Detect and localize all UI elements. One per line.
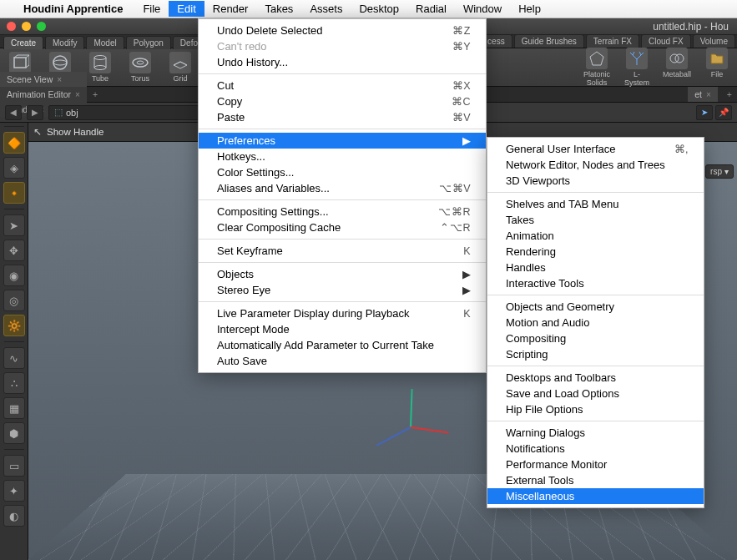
menu-file[interactable]: File — [134, 1, 169, 17]
menu-takes[interactable]: Takes — [256, 1, 301, 17]
misc1-button[interactable]: ✦ — [3, 480, 25, 502]
pref-menu-item-motion-and-audio[interactable]: Motion and Audio — [487, 315, 704, 330]
close-window-button[interactable] — [7, 22, 16, 31]
menu-window[interactable]: Window — [455, 1, 510, 17]
menu-help[interactable]: Help — [510, 1, 549, 17]
misc2-button[interactable]: ◐ — [3, 505, 25, 527]
edit-menu-item-compositing-settings[interactable]: Compositing Settings...⌥⌘R — [199, 204, 486, 219]
pref-menu-item-shelves-and-tab-menu[interactable]: Shelves and TAB Menu — [487, 196, 704, 212]
close-icon[interactable]: × — [706, 90, 711, 99]
nav-fwd-button[interactable]: ▶ — [27, 105, 43, 120]
app-name[interactable]: Houdini Apprentice — [23, 3, 123, 15]
pref-menu-item-external-tools[interactable]: External Tools — [487, 472, 704, 488]
shelf-tool-grid[interactable]: Grid — [165, 52, 195, 83]
pane-tab-animation-editor[interactable]: Animation Editor× — [0, 87, 87, 102]
pref-menu-item-compositing[interactable]: Compositing — [487, 330, 704, 346]
cplane-button[interactable]: ▭ — [3, 455, 25, 477]
snap-curve-button[interactable]: ∿ — [3, 347, 25, 369]
minimize-window-button[interactable] — [22, 22, 31, 31]
edit-menu-item-aliases-and-variables[interactable]: Aliases and Variables...⌥⌘V — [199, 180, 486, 196]
edit-menu-item-intercept-mode[interactable]: Intercept Mode — [199, 321, 486, 337]
pane-tab-scene-view[interactable]: Scene View× — [0, 72, 87, 87]
shelf-tab-terrain-fx[interactable]: Terrain FX — [586, 34, 639, 48]
handle-tool-button[interactable]: 🔆 — [3, 315, 25, 336]
edit-menu-item-undo-history[interactable]: Undo History... — [199, 54, 486, 70]
svg-rect-0 — [14, 58, 26, 68]
pref-menu-item-desktops-and-toolbars[interactable]: Desktops and Toolbars — [487, 370, 704, 386]
close-icon[interactable]: × — [57, 75, 62, 84]
pointer-tool-button[interactable]: ➤ — [3, 214, 25, 236]
edit-menu-item-hotkeys[interactable]: Hotkeys... — [199, 149, 486, 164]
add-pane-button[interactable]: + — [88, 89, 103, 99]
pref-menu-item-animation[interactable]: Animation — [487, 228, 704, 244]
edit-menu-item-auto-save[interactable]: Auto Save — [199, 353, 486, 369]
shelf-tab-guide-brushes[interactable]: Guide Brushes — [514, 34, 584, 48]
edit-menu-item-color-settings[interactable]: Color Settings... — [199, 164, 486, 180]
pref-menu-item-interactive-tools[interactable]: Interactive Tools — [487, 275, 704, 291]
shelf-tab-modify[interactable]: Modify — [45, 36, 84, 49]
edit-menu-item-live-parameter-display-during-playback[interactable]: Live Parameter Display during PlaybackK — [199, 305, 486, 321]
shelf-tab-cloud-fx[interactable]: Cloud FX — [641, 34, 691, 48]
pref-menu-item-scripting[interactable]: Scripting — [487, 346, 704, 362]
select-tool-button[interactable]: ◈ — [3, 157, 25, 179]
path-forward2-button[interactable]: ➤ — [696, 105, 713, 120]
pref-menu-item-performance-monitor[interactable]: Performance Monitor — [487, 457, 704, 472]
pref-menu-item-save-and-load-options[interactable]: Save and Load Options — [487, 386, 704, 401]
translate-tool-button[interactable]: ✥ — [3, 240, 25, 261]
pin-button[interactable]: 📌 — [715, 105, 732, 120]
zoom-window-button[interactable] — [37, 22, 46, 31]
edit-menu-item-cut[interactable]: Cut⌘X — [199, 78, 486, 93]
torus-icon — [129, 52, 151, 73]
svg-point-6 — [53, 56, 67, 69]
edit-menu-item-automatically-add-parameter-to-current-take[interactable]: Automatically Add Parameter to Current T… — [199, 337, 486, 353]
shelf-tab-model[interactable]: Model — [86, 36, 124, 49]
shelf-tool-torus[interactable]: Torus — [125, 52, 155, 83]
scale-tool-button[interactable]: ◎ — [3, 290, 25, 311]
add-pane-button-right[interactable]: + — [722, 89, 737, 99]
shelf-tab-polygon[interactable]: Polygon — [126, 36, 171, 49]
move-tool-button[interactable]: 🔸 — [3, 182, 25, 204]
rotate-tool-button[interactable]: ◉ — [3, 265, 25, 286]
pref-menu-item-takes[interactable]: Takes — [487, 212, 704, 228]
edit-menu-item-copy[interactable]: Copy⌘C — [199, 93, 486, 109]
pref-menu-item-rendering[interactable]: Rendering — [487, 244, 704, 260]
viewport-left-toolbar: 🔶 ◈ 🔸 ➤ ✥ ◉ ◎ 🔆 ∿ ∴ ▦ ⬢ ▭ ✦ ◐ — [0, 123, 28, 560]
pref-menu-item-general-user-interface[interactable]: General User Interface⌘, — [487, 141, 704, 157]
nav-back-button[interactable]: ◀ — [5, 105, 22, 120]
menu-render[interactable]: Render — [204, 1, 257, 17]
pref-menu-item-miscellaneous[interactable]: Miscellaneous — [487, 488, 704, 504]
edit-menu-item-clear-compositing-cache[interactable]: Clear Compositing Cache⌃⌥R — [199, 219, 486, 235]
shelf-tool-file[interactable]: File — [702, 48, 732, 87]
pref-menu-item-hip-file-options[interactable]: Hip File Options — [487, 401, 704, 417]
edit-menu-item-stereo-eye[interactable]: Stereo Eye▶ — [199, 282, 486, 298]
close-icon[interactable]: × — [75, 90, 80, 99]
pref-menu-item-notifications[interactable]: Notifications — [487, 441, 704, 457]
pref-menu-item-3d-viewports[interactable]: 3D Viewports — [487, 173, 704, 189]
shelf-tool-platonic[interactable]: Platonic Solids — [582, 48, 612, 87]
edit-menu-item-undo-delete-selected[interactable]: Undo Delete Selected⌘Z — [199, 23, 486, 38]
snap-prim-button[interactable]: ⬢ — [3, 422, 25, 444]
pref-menu-item-objects-and-geometry[interactable]: Objects and Geometry — [487, 299, 704, 315]
shelf-tool-tube[interactable]: Tube — [85, 52, 115, 83]
snap-point-button[interactable]: ∴ — [3, 372, 25, 394]
pane-tab-right[interactable]: et× — [688, 87, 718, 102]
shelf-tool-lsystem[interactable]: L-System — [622, 48, 652, 87]
pref-menu-item-warning-dialogs[interactable]: Warning Dialogs — [487, 425, 704, 441]
edit-menu-item-set-keyframe[interactable]: Set KeyframeK — [199, 243, 486, 259]
pref-menu-item-handles[interactable]: Handles — [487, 260, 704, 275]
shelf-tab-volume[interactable]: Volume — [693, 34, 735, 48]
pref-menu-item-network-editor-nodes-and-trees[interactable]: Network Editor, Nodes and Trees — [487, 157, 704, 173]
menu-assets[interactable]: Assets — [301, 1, 351, 17]
window-title: untitled.hip - Hou — [653, 21, 729, 33]
view-tool-button[interactable]: 🔶 — [3, 132, 25, 154]
viewport-camera-menu[interactable]: rsp ▾ — [705, 164, 734, 179]
menu-edit[interactable]: Edit — [169, 1, 204, 17]
edit-menu-item-paste[interactable]: Paste⌘V — [199, 109, 486, 125]
snap-grid-button[interactable]: ▦ — [3, 397, 25, 419]
menu-radial[interactable]: Radial — [407, 1, 455, 17]
shelf-tab-create[interactable]: Create — [3, 36, 43, 49]
edit-menu-item-preferences[interactable]: Preferences▶ — [199, 133, 486, 149]
shelf-tool-metaball[interactable]: Metaball — [662, 48, 692, 87]
edit-menu-item-objects[interactable]: Objects▶ — [199, 266, 486, 282]
menu-desktop[interactable]: Desktop — [351, 1, 407, 17]
